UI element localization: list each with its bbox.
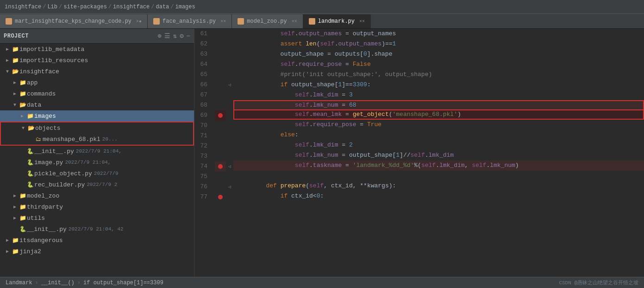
sidebar-header: Project ⊕ ☰ ⇅ ⚙ − [0,29,194,44]
add-icon[interactable]: ⊕ [157,32,161,40]
code-content: 61 62 63 64 65 66 67 68 69 70 71 72 73 7… [194,29,644,277]
arrow-icon: ▶ [11,80,19,85]
tree-item-image-py[interactable]: 🐍 image.py 2022/7/9 21:04, [0,157,194,168]
tree-item-objects[interactable]: ▼ 📂 objects [1,122,193,134]
code-line-75 [233,171,644,181]
file-timestamp: 2022/7/9 [94,171,119,176]
fold-gutter: ◁ ◁ ◁ [226,29,233,277]
tree-item-data[interactable]: ▼ 📂 data [0,99,194,110]
code-lines: self.output_names = output_names assert … [233,29,644,277]
folder-icon: 📂 [19,102,27,109]
tree-item-importlib-resources[interactable]: ▶ 📁 importlib_resources [0,55,194,66]
tree-item-label: jinja2 [19,248,41,255]
code-line-66: if output_shape[1]==3309: [233,80,644,90]
tree-item-rec-builder-py[interactable]: 🐍 rec_builder.py 2022/7/9 2 [0,179,194,190]
sidebar: Project ⊕ ☰ ⇅ ⚙ − ▶ 📁 importlib_metadata… [0,29,194,277]
breakpoint-dot [218,195,223,199]
tree-item-itsdangerous[interactable]: ▶ 📁 itsdangerous [0,235,194,246]
close-icon[interactable]: × [292,19,297,24]
tree-item-label: images [34,113,56,120]
arrow-icon: ▶ [4,46,11,52]
tree-item-label: insightface [19,68,59,75]
tree-item-app[interactable]: ▶ 📁 app [0,77,194,88]
sort-icon[interactable]: ⇅ [173,32,177,40]
tree-item-jinja2[interactable]: ▶ 📁 jinja2 [0,246,194,257]
tree-item-insightface[interactable]: ▼ 📂 insightface [0,66,194,77]
code-line-63: output_shape = outputs[0].shape [233,49,644,59]
tree-item-meanshape[interactable]: 🗂 meanshape_68.pkl 20... [1,134,193,145]
folder-icon: 📁 [19,204,27,211]
file-timestamp: 2022/7/9 2 [87,182,117,187]
code-line-62: assert len(self.output_names)==1 [233,39,644,49]
tab-mart[interactable]: mart_insightface_kps_change_code.py ● [0,14,148,28]
close-icon[interactable]: × [220,19,226,24]
main-layout: Project ⊕ ☰ ⇅ ⚙ − ▶ 📁 importlib_metadata… [0,29,644,277]
tree-item-init-py[interactable]: 🐍 __init__.py 2022/7/9 21:04, [0,146,194,157]
folder-icon: 📁 [11,57,19,64]
py-file-icon [6,18,12,25]
arrow-icon: ▼ [4,69,11,74]
tree-item-utils[interactable]: ▶ 📁 utils [0,212,194,224]
list-icon[interactable]: ☰ [164,32,170,40]
tree-item-label: objects [35,125,61,132]
file-timestamp: 20... [102,136,118,142]
close-icon[interactable]: ● [136,19,142,24]
py-file-icon: 🐍 [19,226,27,233]
gear-icon[interactable]: ⚙ [180,32,183,40]
tree-item-label: meanshape_68.pkl [43,136,100,143]
tabs-bar: mart_insightface_kps_change_code.py ● fa… [0,14,644,29]
breakpoint-dot [218,164,223,169]
code-line-72: self.lmk_dim = 2 [233,140,644,150]
tree-item-importlib-metadata[interactable]: ▶ 📁 importlib_metadata [0,44,194,55]
py-file-icon: 🐍 [26,159,34,166]
folder-icon: 📂 [11,68,19,75]
minimize-icon[interactable]: − [187,32,190,40]
gutter [215,29,226,277]
sidebar-header-icons: ⊕ ☰ ⇅ ⚙ − [157,32,190,40]
breadcrumb: insightface [5,4,41,10]
arrow-icon: ▶ [11,204,19,210]
tree-item-thirdparty[interactable]: ▶ 📁 thirdparty [0,201,194,212]
tree-item-commands[interactable]: ▶ 📁 commands [0,88,194,99]
close-icon[interactable]: × [359,19,365,24]
breakpoint-dot [218,113,223,118]
py-file-icon: 🐍 [26,181,34,188]
tree-item-images[interactable]: ▶ 📁 images [0,110,194,122]
tree-item-label: model_zoo [27,192,59,199]
code-line-64: self.require_pose = False [233,59,644,70]
code-line-70: self.require_pose = True [233,120,644,130]
bookmark-icon: ◁ [228,82,231,88]
tree-item-model-zoo[interactable]: ▶ 📁 model_zoo [0,190,194,201]
py-file-icon: 🐍 [26,170,34,177]
tab-face-analysis[interactable]: face_analysis.py × [148,14,232,28]
arrow-icon: ▶ [4,249,11,254]
tree-item-label: app [27,79,38,86]
tree-item-pickle-py[interactable]: 🐍 pickle_object.py 2022/7/9 [0,168,194,179]
tree-item-label: __init__.py [34,148,74,155]
status-bar: Landmark › __init__() › if output_shape[… [0,277,644,288]
file-timestamp: 2022/7/9 21:04, [76,148,122,154]
arrow-icon: ▶ [11,91,19,96]
arrow-icon: ▶ [11,215,19,221]
tree-item-insightface-init[interactable]: 🐍 __init__.py 2022/7/9 21:04, 42 [0,224,194,235]
tree-item-label: itsdangerous [19,237,63,244]
folder-icon: 📁 [26,113,34,120]
code-line-65: #print('init output_shape:', output_shap… [233,70,644,80]
folder-icon: 📁 [19,90,27,97]
file-timestamp: 2022/7/9 21:04, [65,160,111,165]
code-editor: 61 62 63 64 65 66 67 68 69 70 71 72 73 7… [194,29,644,277]
code-line-68: self.lmk_num = 68 [233,100,644,110]
tree-item-label: data [27,102,41,109]
tree-item-label: utils [27,215,45,222]
arrow-icon: ▼ [19,126,27,131]
code-line-67: self.lmk_dim = 3 [233,90,644,100]
tab-model-zoo[interactable]: model_zoo.py × [232,14,303,28]
tree-item-label: pickle_object.py [34,170,92,177]
file-timestamp: 2022/7/9 21:04, 42 [69,226,124,232]
code-line-76: def prepare(self, ctx_id, **kwargs): [233,181,644,191]
status-landmark: Landmark [6,280,32,286]
tab-label: mart_insightface_kps_change_code.py [15,18,131,25]
tab-label: model_zoo.py [247,18,287,25]
bookmark-icon: ◁ [228,164,231,169]
tab-landmark[interactable]: landmark.py × [303,14,371,28]
